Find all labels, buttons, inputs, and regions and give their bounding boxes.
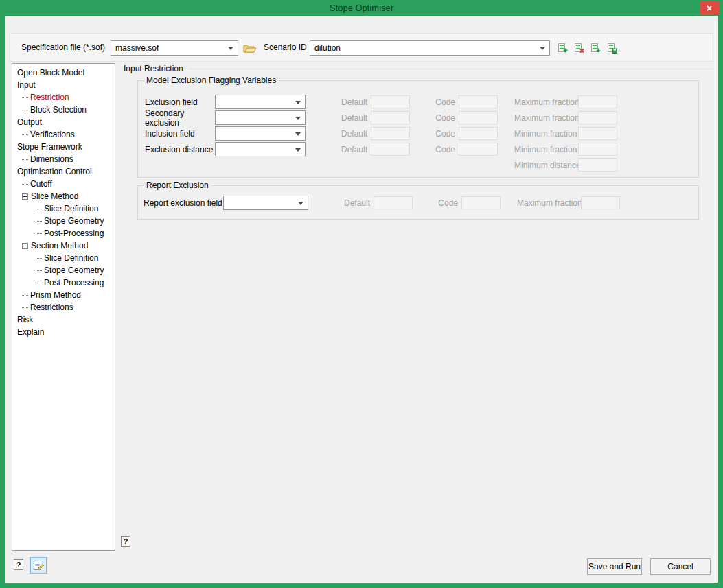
tree-item-optimisation-control[interactable]: Optimisation Control bbox=[12, 165, 115, 178]
tree-item-slice-method[interactable]: Slice Method bbox=[12, 190, 115, 202]
code-field bbox=[459, 111, 498, 124]
tree-item-label: Block Selection bbox=[30, 105, 87, 115]
default-field bbox=[371, 127, 410, 140]
edit-spec-button[interactable] bbox=[30, 557, 47, 574]
row-label: Secondary exclusion bbox=[138, 108, 215, 128]
fraction-field bbox=[578, 111, 617, 124]
tree-item-label: Input bbox=[17, 80, 36, 90]
fraction-field bbox=[578, 95, 617, 108]
chevron-down-icon bbox=[298, 202, 303, 205]
group-title: Model Exclusion Flagging Variables bbox=[144, 75, 279, 85]
tree-item-section-method-stope-geometry[interactable]: Stope Geometry bbox=[12, 264, 115, 277]
fraction-label: Minimum fraction bbox=[514, 129, 575, 139]
tree-item-label: Slice Definition bbox=[44, 204, 98, 213]
tree-item-slice-method-post-processing[interactable]: Post-Processing bbox=[12, 227, 115, 239]
dialog-body: Specification file (*.sof) massive.sof S… bbox=[5, 16, 718, 583]
default-label: Default bbox=[329, 198, 370, 208]
collapse-icon[interactable] bbox=[22, 243, 28, 249]
exclusion-distance-combo[interactable] bbox=[215, 142, 306, 156]
cancel-label: Cancel bbox=[667, 562, 693, 572]
chevron-down-icon bbox=[540, 47, 545, 50]
scenario-id-combo[interactable]: dilution bbox=[310, 40, 550, 56]
code-label: Code bbox=[432, 198, 458, 208]
close-button[interactable]: × bbox=[700, 1, 719, 14]
inclusion-field-combo[interactable] bbox=[215, 126, 306, 141]
secondary-exclusion-combo[interactable] bbox=[215, 110, 306, 125]
tree-item-input[interactable]: Input bbox=[12, 79, 115, 91]
chevron-down-icon bbox=[295, 132, 301, 136]
tree-item-output[interactable]: Output bbox=[12, 116, 115, 128]
default-field bbox=[371, 143, 410, 156]
chevron-down-icon bbox=[295, 117, 301, 120]
minimum-distance-field bbox=[578, 158, 617, 172]
copy-scenario-button[interactable] bbox=[605, 41, 619, 55]
tree-item-label: Risk bbox=[17, 315, 33, 325]
save-and-run-button[interactable]: Save and Run bbox=[587, 558, 642, 575]
spec-file-value: massive.sof bbox=[115, 43, 159, 53]
tree-item-slice-method-stope-geometry[interactable]: Stope Geometry bbox=[12, 215, 115, 227]
delete-scenario-button[interactable] bbox=[572, 41, 586, 55]
tree-item-label: Stope Framework bbox=[17, 142, 82, 152]
tree-item-section-method-slice-definition[interactable]: Slice Definition bbox=[12, 252, 115, 264]
tree-item-verifications[interactable]: Verifications bbox=[12, 128, 115, 141]
tree-connector bbox=[22, 134, 28, 135]
tree-item-restrictions[interactable]: Restrictions bbox=[12, 301, 115, 314]
tree-item-risk[interactable]: Risk bbox=[12, 314, 115, 326]
default-field bbox=[371, 95, 410, 108]
tree-item-open-block-model[interactable]: Open Block Model bbox=[12, 67, 115, 79]
tree-item-stope-framework[interactable]: Stope Framework bbox=[12, 141, 115, 153]
scenario-toolbar: Specification file (*.sof) massive.sof S… bbox=[10, 33, 713, 62]
default-label: Default bbox=[326, 145, 367, 154]
tree-item-label: Prism Method bbox=[30, 290, 81, 300]
section-header: Input Restriction bbox=[124, 64, 713, 73]
scenario-id-label: Scenario ID bbox=[264, 43, 307, 52]
help-icon: ? bbox=[16, 561, 21, 569]
report-exclusion-field-combo[interactable] bbox=[223, 196, 308, 210]
tree-item-label: Optimisation Control bbox=[17, 167, 92, 176]
collapse-icon[interactable] bbox=[22, 193, 28, 200]
secondary-exclusion-row: Secondary exclusion Default Code Maximum… bbox=[138, 110, 698, 126]
page-help-button[interactable]: ? bbox=[121, 536, 130, 547]
save-and-run-label: Save and Run bbox=[588, 562, 641, 572]
tree-item-section-method[interactable]: Section Method bbox=[12, 239, 115, 252]
default-field bbox=[371, 111, 410, 124]
code-label: Code bbox=[429, 129, 455, 139]
tree-item-restriction[interactable]: Restriction bbox=[12, 91, 115, 104]
spec-file-combo[interactable]: massive.sof bbox=[111, 40, 238, 56]
default-label: Default bbox=[326, 129, 367, 139]
fraction-label: Maximum fraction bbox=[514, 113, 575, 123]
tree-item-prism-method[interactable]: Prism Method bbox=[12, 289, 115, 301]
tree-connector bbox=[22, 159, 28, 160]
tree-item-label: Section Method bbox=[31, 241, 88, 250]
tree-item-block-selection[interactable]: Block Selection bbox=[12, 104, 115, 116]
tree-item-label: Verifications bbox=[30, 130, 75, 139]
open-folder-button[interactable] bbox=[243, 41, 257, 55]
exclusion-field-combo[interactable] bbox=[215, 95, 306, 109]
code-label: Code bbox=[429, 113, 455, 123]
dialog-help-button[interactable]: ? bbox=[14, 559, 23, 570]
fraction-label: Minimum fraction bbox=[514, 145, 575, 154]
spec-file-label: Specification file (*.sof) bbox=[21, 43, 105, 52]
cancel-button[interactable]: Cancel bbox=[650, 558, 711, 575]
scenario-id-value: dilution bbox=[314, 43, 341, 53]
copy-scenario-icon bbox=[606, 43, 618, 54]
default-label: Default bbox=[326, 97, 367, 107]
new-scenario-button[interactable] bbox=[555, 41, 569, 55]
tree-item-label: Output bbox=[17, 117, 42, 127]
tree-item-section-method-post-processing[interactable]: Post-Processing bbox=[12, 277, 115, 289]
tree-item-label: Stope Geometry bbox=[44, 216, 104, 226]
tree-item-label: Dimensions bbox=[30, 154, 73, 164]
fraction-field bbox=[578, 143, 617, 156]
tree-item-explain[interactable]: Explain bbox=[12, 326, 115, 338]
code-label: Code bbox=[429, 97, 455, 107]
tree-item-cutoff[interactable]: Cutoff bbox=[12, 178, 115, 190]
fraction-label: Maximum fraction bbox=[514, 97, 575, 107]
chevron-down-icon bbox=[228, 47, 233, 50]
tree-item-dimensions[interactable]: Dimensions bbox=[12, 153, 115, 165]
import-scenario-button[interactable] bbox=[588, 41, 602, 55]
minimum-distance-label: Minimum distance bbox=[514, 161, 575, 170]
tree-item-slice-method-slice-definition[interactable]: Slice Definition bbox=[12, 202, 115, 215]
row-label: Inclusion field bbox=[138, 129, 215, 139]
group-title: Report Exclusion bbox=[144, 180, 211, 190]
help-icon: ? bbox=[124, 537, 128, 545]
